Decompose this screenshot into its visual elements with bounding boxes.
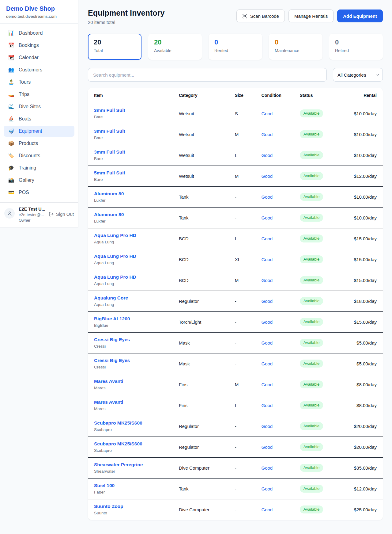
condition-link[interactable]: Good [262,278,273,283]
item-link[interactable]: Aluminum 80 [94,191,174,196]
table-row: Aqua Lung Pro HD Aqua Lung BCD M Good Av… [88,270,383,291]
condition-link[interactable]: Good [262,319,273,325]
condition-link[interactable]: Good [262,236,273,241]
rental-cell: $8.00/day [347,374,383,395]
item-link[interactable]: Aqua Lung Pro HD [94,274,174,280]
item-link[interactable]: Mares Avanti [94,379,174,384]
condition-link[interactable]: Good [262,403,273,408]
sidebar-item-customers[interactable]: 👥 Customers [4,64,74,75]
size-cell: M [232,124,259,145]
sidebar-item-gallery[interactable]: 📸 Gallery [4,175,74,186]
add-equipment-label: Add Equipment [343,13,377,19]
scan-barcode-label: Scan Barcode [250,13,279,19]
stat-card-maintenance[interactable]: 0 Maintenance [269,34,322,60]
item-link[interactable]: Aqualung Core [94,295,174,301]
page-title-block: Equipment Inventory 20 items total [88,9,165,25]
sidebar-item-training[interactable]: 🎓 Training [4,162,74,174]
item-brand: Aqua Lung [94,261,174,265]
sign-out-button[interactable]: Sign Out [49,212,74,217]
item-link[interactable]: 5mm Full Suit [94,170,174,176]
stat-card-retired[interactable]: 0 Retired [329,34,383,60]
item-link[interactable]: Aqua Lung Pro HD [94,233,174,238]
column-header-condition: Condition [259,88,297,103]
sidebar-item-dashboard[interactable]: 📊 Dashboard [4,28,74,39]
condition-link[interactable]: Good [262,444,273,450]
add-equipment-button[interactable]: Add Equipment [337,10,383,22]
item-brand: Cressi [94,365,174,369]
item-link[interactable]: Scubapro MK25/S600 [94,420,174,426]
item-brand: Mares [94,386,174,390]
status-badge: Available [300,109,323,117]
item-brand: Scubapro [94,448,174,453]
item-link[interactable]: 3mm Full Suit [94,108,174,113]
sidebar-item-trips[interactable]: 🚤 Trips [4,89,74,100]
sidebar-item-pos[interactable]: 💳 POS [4,187,74,198]
sidebar-item-calendar[interactable]: 📆 Calendar [4,52,74,63]
condition-link[interactable]: Good [262,257,273,262]
column-header-status: Status [297,88,348,103]
stat-label: Rented [214,48,256,53]
search-input[interactable] [88,68,327,82]
sidebar-item-boats[interactable]: ⛵ Boats [4,113,74,124]
scan-barcode-button[interactable]: Scan Barcode [236,10,285,22]
condition-link[interactable]: Good [262,340,273,345]
sidebar-item-products[interactable]: 📦 Products [4,138,74,149]
sidebar-item-tours[interactable]: 🏝️ Tours [4,77,74,88]
manage-rentals-button[interactable]: Manage Rentals [288,10,334,22]
item-brand: Suunto [94,511,174,515]
rental-cell: $20.00/day [347,437,383,457]
item-link[interactable]: Aluminum 80 [94,212,174,217]
user-box: E2E Test U... e2e-tester@... Owner Sign … [0,202,78,227]
condition-link[interactable]: Good [262,486,273,491]
condition-link[interactable]: Good [262,111,273,116]
item-link[interactable]: Mares Avanti [94,399,174,405]
condition-link[interactable]: Good [262,153,273,158]
gallery-icon: 📸 [8,178,14,183]
column-header-category: Category [176,88,232,103]
boats-icon: ⛵ [8,116,14,121]
equipment-table: Item Category Size Condition Status Rent… [88,88,383,520]
condition-link[interactable]: Good [262,132,273,137]
status-badge: Available [300,422,323,430]
condition-link[interactable]: Good [262,361,273,366]
sidebar-item-bookings[interactable]: 📅 Bookings [4,40,74,51]
item-link[interactable]: Scubapro MK25/S600 [94,441,174,447]
status-badge: Available [300,318,323,326]
size-cell: XL [232,249,259,270]
table-row: Cressi Big Eyes Cressi Mask - Good Avail… [88,353,383,374]
item-link[interactable]: Cressi Big Eyes [94,337,174,342]
barcode-scan-icon [242,13,247,19]
size-cell: - [232,332,259,353]
stat-card-total[interactable]: 20 Total [88,34,141,60]
item-link[interactable]: 3mm Full Suit [94,128,174,134]
item-link[interactable]: 3mm Full Suit [94,149,174,155]
user-role: Owner [19,218,45,223]
condition-link[interactable]: Good [262,299,273,304]
sidebar-item-discounts[interactable]: 🏷️ Discounts [4,150,74,161]
item-link[interactable]: Cressi Big Eyes [94,358,174,363]
item-link[interactable]: Shearwater Peregrine [94,462,174,467]
sidebar-item-equipment[interactable]: 🤿 Equipment [4,126,74,137]
condition-link[interactable]: Good [262,174,273,179]
condition-link[interactable]: Good [262,465,273,471]
sidebar-item-dive-sites[interactable]: 🌊 Dive Sites [4,101,74,112]
condition-link[interactable]: Good [262,507,273,512]
item-link[interactable]: Aqua Lung Pro HD [94,254,174,259]
column-header-rental: Rental [347,88,383,103]
category-cell: Tank [176,207,232,228]
item-link[interactable]: Suunto Zoop [94,504,174,509]
column-header-item: Item [88,88,176,103]
user-meta: E2E Test U... e2e-tester@... Owner [19,207,45,223]
stat-card-rented[interactable]: 0 Rented [209,34,262,60]
condition-link[interactable]: Good [262,424,273,429]
stat-card-available[interactable]: 20 Available [148,34,202,60]
item-link[interactable]: BigBlue AL1200 [94,316,174,322]
condition-link[interactable]: Good [262,382,273,387]
status-badge: Available [300,214,323,222]
brand-block: Demo Dive Shop demo.test.divestreams.com [0,0,78,24]
condition-link[interactable]: Good [262,215,273,220]
condition-link[interactable]: Good [262,194,273,200]
category-select[interactable]: All Categories [333,68,383,82]
sidebar-item-label: Products [19,141,38,146]
item-link[interactable]: Steel 100 [94,483,174,488]
